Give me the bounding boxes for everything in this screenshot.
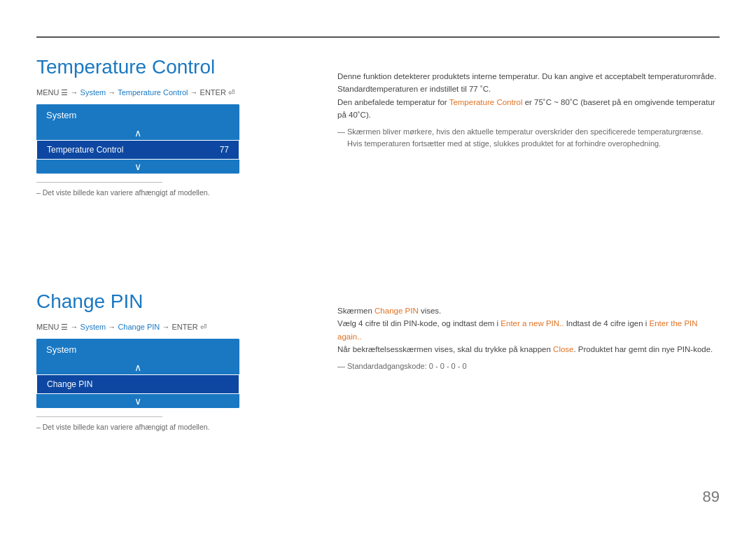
enter-icon2: ⏎: [200, 323, 206, 331]
image-note-2: Det viste billede kan variere afhængigt …: [36, 423, 720, 431]
page-content: Temperature Control MENU ☰ → System → Te…: [36, 42, 720, 513]
section2-menu-box: System ∧ Change PIN ∨: [36, 339, 239, 408]
menu-arrow2-2: →: [108, 323, 118, 331]
section1-description: Denne funktion detekterer produktets int…: [337, 70, 720, 150]
menu-arrow2-1: →: [71, 323, 80, 331]
menu-icon: ☰: [61, 88, 70, 97]
menu-temperature-control: Temperature Control: [118, 88, 188, 97]
menu-item-label2: Change PIN: [47, 379, 92, 389]
page-number: 89: [703, 488, 720, 506]
section-temperature-control: Temperature Control MENU ☰ → System → Te…: [36, 56, 720, 197]
menu-system: System: [80, 88, 106, 97]
menu-change-pin: Change PIN: [118, 323, 160, 331]
top-divider-line: [36, 36, 720, 38]
menu-item-value: 77: [220, 145, 229, 155]
arrow-down: ∨: [36, 160, 239, 174]
arrow-up2: ∧: [36, 360, 239, 374]
desc2-line2: Vælg 4 cifre til din PIN-kode, og indtas…: [337, 317, 720, 343]
menu-arrow2-3: → ENTER: [162, 323, 200, 331]
menu-box-header: System: [36, 104, 239, 126]
desc-line1: Denne funktion detekterer produktets int…: [337, 70, 720, 83]
menu-item-temperature-control[interactable]: Temperature Control 77: [36, 140, 239, 160]
menu-arrow1: →: [71, 88, 80, 97]
section1-menu-box: System ∧ Temperature Control 77 ∨: [36, 104, 239, 174]
desc2-line1: Skærmen Change PIN vises.: [337, 304, 720, 317]
menu-arrow2: →: [108, 88, 118, 97]
menu-item-label: Temperature Control: [47, 145, 123, 155]
image-note-1: Det viste billede kan variere afhængigt …: [36, 188, 720, 197]
desc-note-2: Standardadgangskode: 0 - 0 - 0 - 0: [337, 360, 720, 373]
divider2: [36, 416, 162, 417]
desc2-line3: Når bekræftelsesskærmen vises, skal du t…: [337, 343, 720, 356]
divider1: [36, 182, 162, 183]
menu-arrow3: → ENTER: [190, 88, 228, 97]
change-pin-highlight: Change PIN: [374, 307, 419, 315]
desc-note-1: Skærmen bliver mørkere, hvis den aktuell…: [337, 126, 720, 150]
menu-system2: System: [80, 323, 106, 331]
desc-line3: Den anbefalede temperatur for Temperatur…: [337, 96, 720, 122]
menu-prefix: MENU: [36, 88, 59, 97]
menu-box2-header: System: [36, 339, 239, 360]
close-highlight: Close: [553, 345, 573, 353]
menu-icon2: ☰: [61, 323, 70, 331]
section2-description: Skærmen Change PIN vises. Vælg 4 cifre t…: [337, 304, 720, 372]
arrow-up: ∧: [36, 126, 239, 140]
enter-new-pin-highlight: Enter a new PIN..: [500, 319, 564, 328]
arrow-down2: ∨: [36, 394, 239, 408]
desc-highlight: Temperature Control: [449, 98, 523, 106]
section-change-pin: Change PIN MENU ☰ → System → Change PIN …: [36, 290, 720, 431]
menu-item-change-pin[interactable]: Change PIN: [36, 374, 239, 394]
menu-prefix2: MENU: [36, 323, 59, 331]
enter-icon: ⏎: [228, 88, 234, 97]
desc-line2: Standardtemperaturen er indstillet til 7…: [337, 83, 720, 95]
